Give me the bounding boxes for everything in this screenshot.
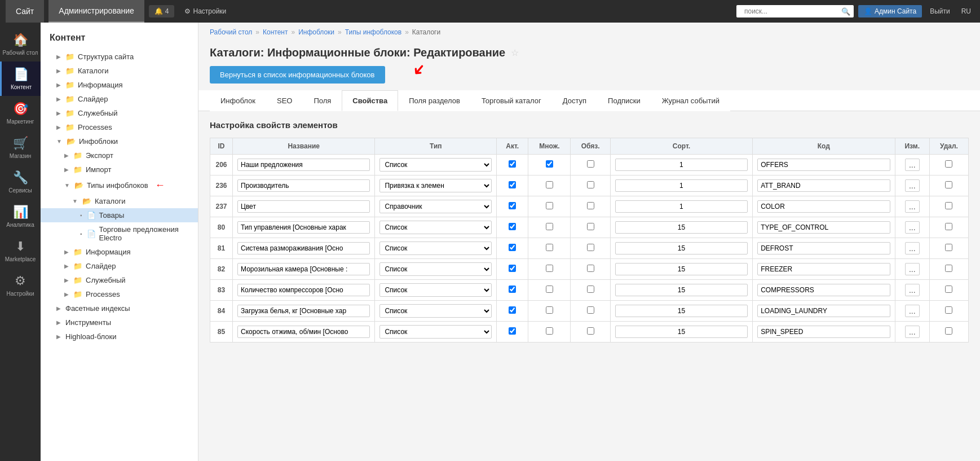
admin-button[interactable]: Администрирование: [48, 0, 144, 23]
sidebar-item-settings[interactable]: ⚙ Настройки: [0, 268, 41, 302]
sidebar-item-processes2[interactable]: ▶ 📁 Processes: [41, 287, 198, 301]
row-act-checkbox[interactable]: [509, 327, 516, 335]
row-code-input[interactable]: [757, 305, 890, 317]
row-sort-input[interactable]: [615, 284, 748, 296]
row-sort-input[interactable]: [615, 242, 748, 254]
row-oblig-checkbox[interactable]: [587, 160, 594, 168]
row-code-input[interactable]: [757, 263, 890, 275]
row-name-input[interactable]: [237, 263, 370, 275]
user-button[interactable]: 👤 Админ Сайта: [858, 5, 922, 17]
row-oblig-checkbox[interactable]: [587, 286, 594, 293]
sidebar-item-infoblocks[interactable]: ▼ 📂 Инфоблоки: [41, 134, 198, 148]
row-delete-checkbox[interactable]: [945, 244, 952, 251]
breadcrumb-content[interactable]: Контент: [263, 28, 288, 36]
lang-button[interactable]: RU: [958, 5, 974, 17]
row-edit-button[interactable]: ...: [905, 221, 920, 234]
tab-section-fields[interactable]: Поля разделов: [398, 90, 471, 111]
row-act-checkbox[interactable]: [509, 202, 516, 209]
sidebar-item-catalogs2[interactable]: ▼ 📂 Каталоги: [41, 194, 198, 208]
row-name-input[interactable]: [237, 326, 370, 338]
row-delete-checkbox[interactable]: [945, 223, 952, 230]
row-sort-input[interactable]: [615, 179, 748, 192]
row-act-checkbox[interactable]: [509, 244, 516, 251]
row-oblig-checkbox[interactable]: [587, 306, 594, 314]
tab-access[interactable]: Доступ: [552, 90, 597, 111]
row-mult-checkbox[interactable]: [546, 181, 553, 188]
row-mult-checkbox[interactable]: [546, 306, 553, 314]
back-button[interactable]: Вернуться в список информационных блоков: [210, 66, 385, 84]
sidebar-item-import[interactable]: ▶ 📁 Импорт: [41, 163, 198, 177]
row-edit-button[interactable]: ...: [905, 263, 920, 275]
row-type-select[interactable]: СписокСправочникПривязка к элеменСтрокаЧ…: [379, 325, 492, 339]
tab-fields[interactable]: Поля: [303, 90, 342, 111]
sidebar-item-processes[interactable]: ▶ 📁 Processes: [41, 120, 198, 134]
row-name-input[interactable]: [237, 284, 370, 296]
row-type-select[interactable]: СписокСправочникПривязка к элеменСтрокаЧ…: [379, 283, 492, 297]
sidebar-item-goods[interactable]: ▪ 📄 Товары: [41, 208, 198, 222]
sidebar-item-content[interactable]: 📄 Контент: [0, 62, 41, 96]
settings-button[interactable]: ⚙ Настройки: [179, 5, 232, 17]
sidebar-item-marketplace[interactable]: ⬇ Marketplace: [0, 234, 41, 268]
row-mult-checkbox[interactable]: [546, 223, 553, 230]
sidebar-item-infoblock-types[interactable]: ▼ 📂 Типы инфоблоков ←: [41, 177, 198, 194]
row-name-input[interactable]: [237, 200, 370, 213]
row-mult-checkbox[interactable]: [546, 244, 553, 251]
sidebar-item-information[interactable]: ▶ 📁 Информация: [41, 78, 198, 92]
row-name-input[interactable]: [237, 179, 370, 192]
sidebar-item-service2[interactable]: ▶ 📁 Служебный: [41, 273, 198, 287]
row-mult-checkbox[interactable]: [546, 265, 553, 272]
sidebar-item-information2[interactable]: ▶ 📁 Информация: [41, 245, 198, 259]
row-type-select[interactable]: СписокСправочникПривязка к элеменСтрокаЧ…: [379, 304, 492, 318]
row-code-input[interactable]: [757, 326, 890, 338]
row-edit-button[interactable]: ...: [905, 159, 920, 171]
sidebar-item-catalogs[interactable]: ▶ 📁 Каталоги: [41, 64, 198, 78]
row-delete-checkbox[interactable]: [945, 306, 952, 314]
sidebar-item-workdesk[interactable]: 🏠 Рабочий стол: [0, 27, 41, 62]
row-act-checkbox[interactable]: [509, 223, 516, 230]
row-sort-input[interactable]: [615, 221, 748, 234]
row-act-checkbox[interactable]: [509, 160, 516, 168]
row-delete-checkbox[interactable]: [945, 181, 952, 188]
breadcrumb-workdesk[interactable]: Рабочий стол: [210, 28, 252, 36]
breadcrumb-infoblocks[interactable]: Инфоблоки: [298, 28, 334, 36]
row-code-input[interactable]: [757, 159, 890, 171]
sidebar-item-faceted[interactable]: ▶ Фасетные индексы: [41, 301, 198, 315]
row-type-select[interactable]: СписокСправочникПривязка к элеменСтрокаЧ…: [379, 200, 492, 213]
sidebar-item-marketing[interactable]: 🎯 Маркетинг: [0, 96, 41, 130]
sidebar-item-shop[interactable]: 🛒 Магазин: [0, 130, 41, 165]
site-button[interactable]: Сайт: [6, 0, 44, 23]
row-code-input[interactable]: [757, 284, 890, 296]
row-act-checkbox[interactable]: [509, 181, 516, 188]
row-code-input[interactable]: [757, 242, 890, 254]
tab-event-log[interactable]: Журнал событий: [651, 90, 730, 111]
exit-button[interactable]: Выйти: [926, 5, 953, 17]
row-code-input[interactable]: [757, 200, 890, 213]
row-edit-button[interactable]: ...: [905, 305, 920, 317]
row-type-select[interactable]: СписокСправочникПривязка к элеменСтрокаЧ…: [379, 221, 492, 234]
row-code-input[interactable]: [757, 221, 890, 234]
sidebar-item-slider[interactable]: ▶ 📁 Слайдер: [41, 92, 198, 106]
sidebar-item-export[interactable]: ▶ 📁 Экспорт: [41, 148, 198, 163]
row-oblig-checkbox[interactable]: [587, 327, 594, 335]
row-name-input[interactable]: [237, 242, 370, 254]
tab-trade-catalog[interactable]: Торговый каталог: [471, 90, 552, 111]
breadcrumb-infoblock-types[interactable]: Типы инфоблоков: [345, 28, 401, 36]
row-edit-button[interactable]: ...: [905, 242, 920, 254]
row-sort-input[interactable]: [615, 305, 748, 317]
row-delete-checkbox[interactable]: [945, 160, 952, 168]
row-sort-input[interactable]: [615, 326, 748, 338]
tab-seo[interactable]: SEO: [266, 90, 303, 111]
row-oblig-checkbox[interactable]: [587, 244, 594, 251]
sidebar-item-trade-offers[interactable]: ▪ 📄 Торговые предложения Electro: [41, 222, 198, 245]
sidebar-item-slider2[interactable]: ▶ 📁 Слайдер: [41, 259, 198, 273]
row-type-select[interactable]: СписокСправочникПривязка к элеменСтрокаЧ…: [379, 179, 492, 192]
row-delete-checkbox[interactable]: [945, 265, 952, 272]
tab-properties[interactable]: Свойства: [342, 90, 398, 111]
row-type-select[interactable]: СписокСправочникПривязка к элеменСтрокаЧ…: [379, 242, 492, 255]
row-sort-input[interactable]: [615, 263, 748, 275]
sidebar-item-highload[interactable]: ▶ Highload-блоки: [41, 330, 198, 344]
row-mult-checkbox[interactable]: [546, 327, 553, 335]
row-type-select[interactable]: СписокСправочникПривязка к элеменСтрокаЧ…: [379, 262, 492, 276]
row-edit-button[interactable]: ...: [905, 326, 920, 338]
row-mult-checkbox[interactable]: [546, 202, 553, 209]
